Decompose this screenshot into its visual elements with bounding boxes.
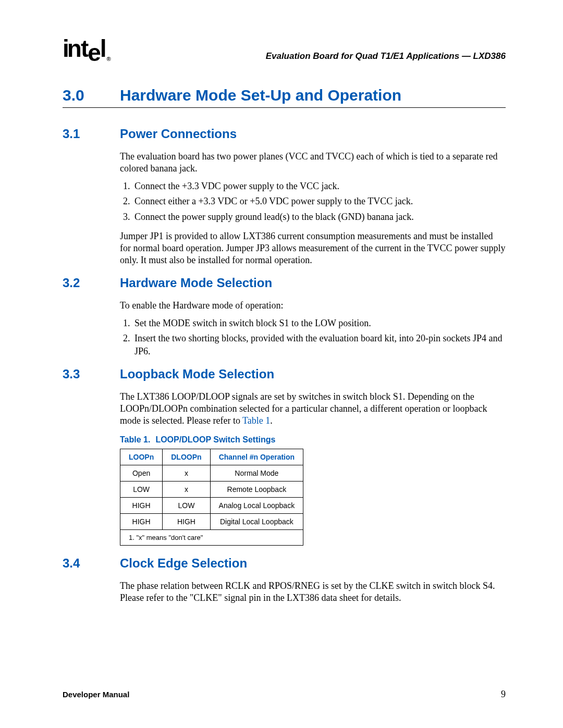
table-cell: HIGH bbox=[120, 514, 163, 530]
table-footnote-row: 1. "x" means "don't care" bbox=[120, 530, 303, 546]
section-body: The LXT386 LOOP/DLOOP signals are set by… bbox=[120, 391, 506, 546]
heading-2-title: Loopback Mode Selection bbox=[120, 367, 274, 381]
table-reference-link[interactable]: Table 1 bbox=[242, 415, 270, 426]
heading-2: 3.3 Loopback Mode Selection bbox=[63, 367, 506, 381]
table-cell: Remote Loopback bbox=[210, 482, 303, 498]
paragraph: To enable the Hardware mode of operation… bbox=[120, 300, 506, 312]
footer: Developer Manual 9 bbox=[63, 689, 506, 700]
table-cell: x bbox=[163, 465, 210, 482]
table-caption-title: LOOP/DLOOP Switch Settings bbox=[155, 435, 275, 444]
intel-logo: intel® bbox=[63, 36, 109, 64]
heading-2: 3.2 Hardware Mode Selection bbox=[63, 276, 506, 290]
table-row: Open x Normal Mode bbox=[120, 465, 303, 482]
footer-label: Developer Manual bbox=[63, 690, 129, 699]
heading-2-number: 3.3 bbox=[63, 367, 120, 381]
loop-dloop-table: LOOPn DLOOPn Channel #n Operation Open x… bbox=[120, 449, 303, 546]
table-footnote: 1. "x" means "don't care" bbox=[120, 530, 303, 546]
page-number: 9 bbox=[501, 689, 506, 700]
list-item: Connect the +3.3 VDC power supply to the… bbox=[132, 180, 506, 192]
table-header-cell: LOOPn bbox=[120, 449, 163, 465]
heading-2-title: Hardware Mode Selection bbox=[120, 276, 272, 290]
heading-2-title: Clock Edge Selection bbox=[120, 556, 247, 571]
heading-1-title: Hardware Mode Set-Up and Operation bbox=[120, 87, 401, 104]
table-caption: Table 1.LOOP/DLOOP Switch Settings bbox=[120, 435, 506, 445]
section-body: The phase relation between RCLK and RPOS… bbox=[120, 580, 506, 604]
heading-2: 3.1 Power Connections bbox=[63, 127, 506, 141]
section-body: To enable the Hardware mode of operation… bbox=[120, 300, 506, 357]
doc-label: Evaluation Board for Quad T1/E1 Applicat… bbox=[266, 51, 506, 64]
table-cell: HIGH bbox=[120, 498, 163, 514]
section-body: The evaluation board has two power plane… bbox=[120, 151, 506, 266]
list-item: Insert the two shorting blocks, provided… bbox=[132, 332, 506, 357]
heading-1: 3.0 Hardware Mode Set-Up and Operation bbox=[63, 87, 506, 108]
table-header-row: LOOPn DLOOPn Channel #n Operation bbox=[120, 449, 303, 465]
text-run: The LXT386 LOOP/DLOOP signals are set by… bbox=[120, 391, 487, 426]
heading-2-title: Power Connections bbox=[120, 127, 237, 141]
list-item: Set the MODE switch in switch block S1 t… bbox=[132, 317, 506, 329]
table-cell: HIGH bbox=[163, 514, 210, 530]
ordered-list: Set the MODE switch in switch block S1 t… bbox=[120, 317, 506, 357]
text-run: . bbox=[270, 415, 273, 426]
table-header-cell: Channel #n Operation bbox=[210, 449, 303, 465]
heading-2-number: 3.1 bbox=[63, 127, 120, 141]
heading-1-number: 3.0 bbox=[63, 87, 120, 104]
paragraph: The phase relation between RCLK and RPOS… bbox=[120, 580, 506, 604]
table-cell: x bbox=[163, 482, 210, 498]
table-caption-number: Table 1. bbox=[120, 435, 150, 444]
page: intel® Evaluation Board for Quad T1/E1 A… bbox=[0, 0, 563, 728]
ordered-list: Connect the +3.3 VDC power supply to the… bbox=[120, 180, 506, 223]
table-header-cell: DLOOPn bbox=[163, 449, 210, 465]
list-item: Connect the power supply ground lead(s) … bbox=[132, 211, 506, 223]
table-cell: LOW bbox=[120, 482, 163, 498]
table-cell: Normal Mode bbox=[210, 465, 303, 482]
paragraph: The LXT386 LOOP/DLOOP signals are set by… bbox=[120, 391, 506, 427]
header: intel® Evaluation Board for Quad T1/E1 A… bbox=[63, 36, 506, 64]
table-row: HIGH HIGH Digital Local Loopback bbox=[120, 514, 303, 530]
paragraph: The evaluation board has two power plane… bbox=[120, 151, 506, 175]
heading-2-number: 3.4 bbox=[63, 556, 120, 571]
table-cell: Digital Local Loopback bbox=[210, 514, 303, 530]
list-item: Connect either a +3.3 VDC or +5.0 VDC po… bbox=[132, 195, 506, 207]
heading-2: 3.4 Clock Edge Selection bbox=[63, 556, 506, 571]
table-cell: LOW bbox=[163, 498, 210, 514]
heading-2-number: 3.2 bbox=[63, 276, 120, 290]
table-row: LOW x Remote Loopback bbox=[120, 482, 303, 498]
table-cell: Analog Local Loopback bbox=[210, 498, 303, 514]
table-cell: Open bbox=[120, 465, 163, 482]
table-row: HIGH LOW Analog Local Loopback bbox=[120, 498, 303, 514]
paragraph: Jumper JP1 is provided to allow LXT386 c… bbox=[120, 230, 506, 266]
